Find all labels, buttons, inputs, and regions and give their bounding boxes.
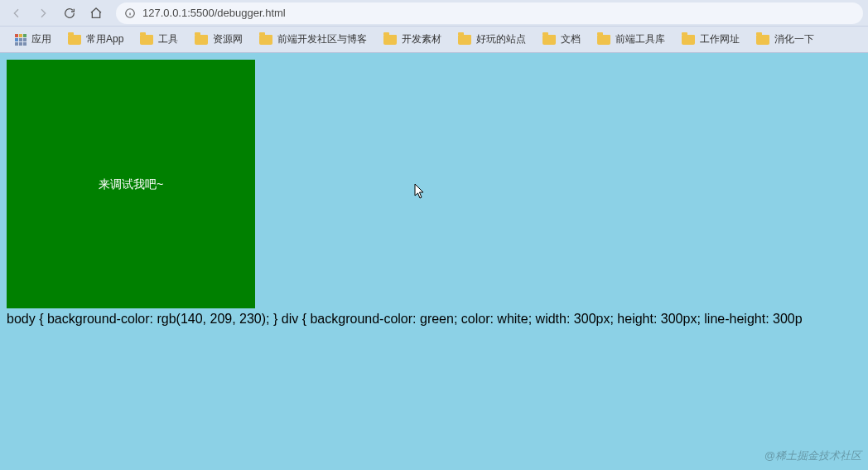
bookmark-label: 好玩的站点 [476,32,526,46]
apps-button[interactable]: 应用 [7,29,60,50]
arrow-right-icon [36,7,50,20]
css-rule-text: body { background-color: rgb(140, 209, 2… [7,312,868,327]
bookmark-folder-8[interactable]: 工作网址 [673,29,748,50]
browser-toolbar: 127.0.0.1:5500/debugger.html [0,0,868,27]
green-box: 来调试我吧~ [7,60,255,308]
folder-icon [140,35,153,45]
bookmarks-bar: 应用 常用App 工具 资源网 前端开发社区与博客 开发素材 好玩的站点 文档 … [0,27,868,53]
watermark-text: @稀土掘金技术社区 [764,448,861,463]
url-text: 127.0.0.1:5500/debugger.html [142,7,286,19]
arrow-left-icon [10,7,23,20]
bookmark-folder-3[interactable]: 前端开发社区与博客 [251,29,375,50]
bookmark-label: 资源网 [213,32,243,46]
bookmark-folder-0[interactable]: 常用App [60,29,132,50]
folder-icon [597,35,610,45]
home-button[interactable] [84,2,108,25]
folder-icon [383,35,397,45]
bookmark-folder-1[interactable]: 工具 [132,29,186,50]
bookmark-folder-6[interactable]: 文档 [534,29,589,50]
forward-button[interactable] [31,2,55,25]
apps-label: 应用 [31,32,51,46]
apps-icon [15,34,27,46]
folder-icon [458,35,471,45]
reload-icon [63,7,76,20]
folder-icon [259,35,272,45]
folder-icon [68,35,81,45]
mouse-cursor-icon [414,183,426,203]
bookmark-folder-9[interactable]: 消化一下 [748,29,822,50]
reload-button[interactable] [58,2,81,25]
address-bar[interactable]: 127.0.0.1:5500/debugger.html [116,2,863,24]
bookmark-label: 工作网址 [700,32,740,46]
info-icon [124,7,136,19]
green-box-text: 来调试我吧~ [99,177,163,191]
home-icon [89,7,103,20]
folder-icon [195,35,208,45]
back-button[interactable] [5,2,28,25]
bookmark-folder-4[interactable]: 开发素材 [375,29,450,50]
page-viewport: 来调试我吧~ body { background-color: rgb(140,… [0,53,868,470]
bookmark-folder-2[interactable]: 资源网 [186,29,251,50]
folder-icon [756,35,769,45]
bookmark-label: 常用App [86,32,123,46]
folder-icon [542,35,556,45]
bookmark-label: 开发素材 [402,32,441,46]
folder-icon [682,35,695,45]
bookmark-folder-5[interactable]: 好玩的站点 [450,29,534,50]
bookmark-label: 前端工具库 [615,32,665,46]
bookmark-label: 消化一下 [774,32,814,46]
bookmark-folder-7[interactable]: 前端工具库 [589,29,673,50]
bookmark-label: 工具 [158,32,178,46]
bookmark-label: 文档 [561,32,581,46]
bookmark-label: 前端开发社区与博客 [277,32,367,46]
